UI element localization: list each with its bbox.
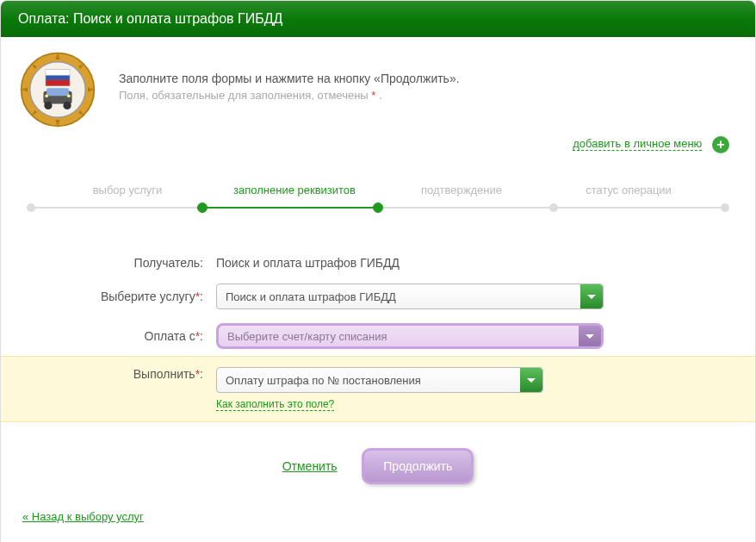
svg-rect-3 (46, 70, 70, 75)
service-label: Выберите услугу*: (27, 290, 216, 303)
action-field-wrap: Оплату штрафа по № постановления Как зап… (216, 367, 543, 411)
actions: Отменить Продолжить (1, 422, 755, 502)
continue-button[interactable]: Продолжить (362, 448, 474, 484)
back-section: « Назад к выбору услуг (1, 502, 755, 536)
svg-rect-5 (46, 80, 70, 85)
cancel-button[interactable]: Отменить (282, 459, 338, 473)
service-select-value: Поиск и оплата штрафов ГИБДД (226, 290, 396, 303)
row-action: Выполнить*: Оплату штрафа по № постановл… (1, 356, 755, 422)
payment-select-placeholder: Выберите счет/карту списания (227, 330, 387, 343)
step-label-2: заполнение реквизитов (211, 184, 378, 196)
page-header: Оплата: Поиск и оплата штрафов ГИБДД (1, 1, 755, 37)
row-recipient: Получатель: Поиск и оплата штрафов ГИБДД (1, 249, 755, 277)
svg-point-9 (63, 102, 71, 109)
step-dot-start (27, 203, 35, 212)
svg-rect-4 (46, 75, 70, 80)
chevron-down-icon (579, 326, 601, 346)
plus-icon[interactable]: + (712, 136, 729, 153)
progress-steps: выбор услуги заполнение реквизитов подтв… (1, 171, 755, 240)
step-track (27, 202, 729, 219)
content: Заполните поля формы и нажмите на кнопку… (1, 37, 755, 542)
step-label-4: статус операции (545, 184, 712, 196)
row-payment: Оплата с*: Выберите счет/карту списания (1, 316, 755, 356)
instructions: Заполните поля формы и нажмите на кнопку… (119, 50, 460, 102)
payment-select[interactable]: Выберите счет/карту списания (216, 323, 604, 349)
page-container: Оплата: Поиск и оплата штрафов ГИБДД Зап… (0, 0, 756, 542)
page-title: Оплата: Поиск и оплата штрафов ГИБДД (18, 11, 282, 26)
svg-rect-7 (46, 88, 69, 96)
step-label-1: выбор услуги (44, 184, 211, 196)
chevron-down-icon (580, 284, 603, 308)
instruction-line2: Поля, обязательные для заполнения, отмеч… (119, 89, 460, 102)
top-section: Заполните поля формы и нажмите на кнопку… (1, 50, 755, 129)
add-to-menu-section: добавить в личное меню + (1, 129, 755, 171)
recipient-value: Поиск и оплата штрафов ГИБДД (216, 256, 400, 270)
recipient-label: Получатель: (27, 256, 216, 270)
svg-point-8 (44, 102, 52, 109)
step-line-active (202, 207, 378, 209)
gibdd-emblem-icon (18, 50, 97, 129)
back-link[interactable]: « Назад к выбору услуг (22, 510, 144, 523)
row-service: Выберите услугу*: Поиск и оплата штрафов… (1, 277, 755, 316)
svg-point-10 (45, 95, 48, 98)
action-label: Выполнить*: (27, 367, 216, 381)
help-link[interactable]: Как заполнить это поле? (216, 398, 334, 411)
action-select[interactable]: Оплату штрафа по № постановления (216, 367, 543, 393)
step-label-3: подтверждение (378, 184, 545, 196)
chevron-down-icon (520, 368, 542, 392)
action-select-value: Оплату штрафа по № постановления (226, 374, 421, 387)
step-dot-end (721, 203, 729, 212)
step-dot-2 (373, 202, 383, 213)
payment-label: Оплата с*: (27, 329, 216, 343)
add-to-menu-link[interactable]: добавить в личное меню (573, 137, 702, 151)
step-labels: выбор услуги заполнение реквизитов подтв… (27, 184, 729, 196)
service-select[interactable]: Поиск и оплата штрафов ГИБДД (216, 283, 604, 309)
step-dot-3 (549, 203, 558, 212)
form: Получатель: Поиск и оплата штрафов ГИБДД… (1, 240, 755, 422)
step-dot-1 (197, 202, 208, 213)
svg-point-11 (67, 95, 71, 98)
instruction-line1: Заполните поля формы и нажмите на кнопку… (119, 72, 460, 85)
